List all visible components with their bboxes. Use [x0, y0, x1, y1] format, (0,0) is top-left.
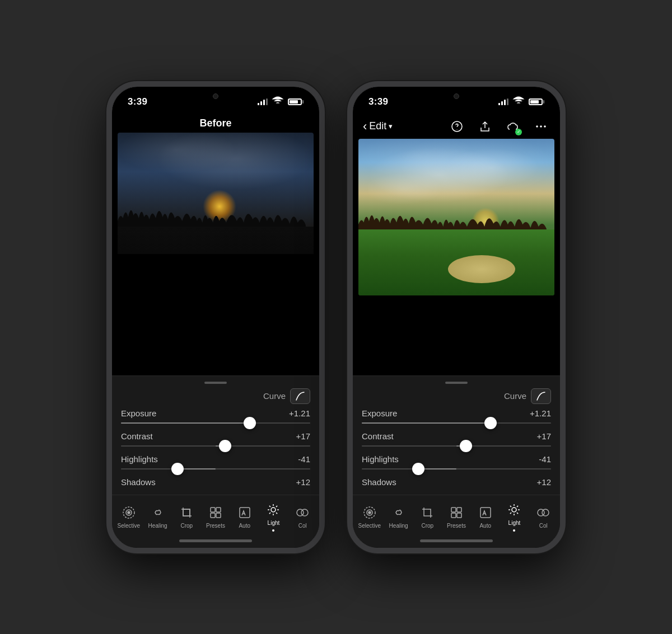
sliders-after: Exposure +1.21 Contrast +17: [353, 408, 560, 487]
svg-line-39: [517, 505, 518, 506]
photo-before: [118, 133, 314, 254]
tool-healing-after[interactable]: Healing: [384, 504, 413, 530]
tool-auto-after[interactable]: Auto: [471, 504, 500, 530]
exposure-label-before: Exposure: [121, 408, 156, 418]
svg-line-17: [269, 513, 270, 514]
contrast-track-after[interactable]: [362, 445, 551, 447]
highlights-label-before: Highlights: [121, 454, 158, 464]
back-button-after[interactable]: ‹: [363, 119, 367, 134]
contrast-track-before[interactable]: [121, 445, 310, 447]
svg-line-40: [510, 513, 511, 514]
curve-label-before: Curve: [263, 391, 286, 401]
light-label-before: Light: [268, 520, 280, 526]
highlights-row-after: Highlights -41: [362, 454, 551, 469]
shadows-label-after: Shadows: [362, 477, 396, 487]
highlights-label-after: Highlights: [362, 454, 399, 464]
healing-label-before: Healing: [148, 523, 167, 529]
healing-icon-before: [150, 505, 166, 520]
svg-rect-5: [216, 508, 221, 512]
tool-light-before[interactable]: Light: [259, 501, 288, 533]
col-label-after: Col: [539, 523, 548, 529]
status-time-after: 3:39: [368, 96, 388, 107]
svg-rect-4: [211, 508, 215, 512]
photo-container-after: [353, 139, 560, 375]
toolbar-after: Selective Healing: [353, 495, 560, 535]
light-icon-after: [506, 502, 522, 518]
presets-label-before: Presets: [206, 523, 225, 529]
col-icon-after: [535, 505, 551, 520]
shadows-row-after: Shadows +12: [362, 477, 551, 487]
nav-bar-after: ‹ Edit ▾: [353, 113, 560, 139]
exposure-track-before[interactable]: [121, 422, 310, 424]
svg-point-32: [512, 508, 516, 512]
sand-trap-after: [448, 255, 515, 283]
tool-auto-before[interactable]: Auto: [230, 504, 259, 530]
svg-point-42: [542, 509, 549, 516]
svg-line-16: [276, 505, 277, 506]
highlights-track-before[interactable]: [121, 468, 310, 469]
tool-selective-after[interactable]: Selective: [355, 504, 384, 530]
svg-rect-7: [216, 513, 221, 518]
curve-button-before[interactable]: [290, 388, 310, 404]
contrast-row-after: Contrast +17: [362, 431, 551, 447]
shadows-value-before: +12: [296, 477, 310, 487]
trees-after: [358, 208, 554, 233]
signal-icon-after: [498, 98, 508, 105]
selective-label-after: Selective: [358, 523, 381, 529]
crop-icon-after: [419, 505, 435, 520]
presets-icon-before: [208, 505, 223, 520]
battery-icon-before: [288, 98, 304, 105]
svg-line-37: [510, 505, 511, 506]
notch-before: [179, 87, 252, 106]
tool-crop-before[interactable]: Crop: [172, 504, 201, 530]
cloud-button-after[interactable]: ✓: [504, 118, 522, 135]
svg-point-26: [368, 511, 371, 514]
signal-icon-before: [258, 98, 268, 105]
phone-frame-after: 3:39 ‹: [347, 81, 566, 553]
light-active-dot-before: [272, 529, 274, 532]
status-icons-after: [498, 95, 544, 110]
selective-icon-before: [121, 505, 137, 520]
share-button-after[interactable]: [476, 118, 494, 135]
more-button-after[interactable]: [532, 118, 550, 135]
bottom-panel-after: Curve Exposure +1.21: [353, 375, 560, 548]
tool-crop-after[interactable]: Crop: [413, 504, 442, 530]
presets-icon-after: [449, 505, 464, 520]
selective-label-before: Selective: [118, 523, 141, 529]
auto-icon-before: [237, 505, 253, 520]
curve-button-after[interactable]: [531, 388, 551, 404]
panel-handle-after: [353, 376, 560, 386]
home-indicator-before: [112, 535, 319, 548]
tool-presets-before[interactable]: Presets: [201, 504, 230, 530]
crop-label-after: Crop: [421, 523, 433, 529]
curve-label-after: Curve: [504, 391, 526, 401]
light-active-dot-after: [513, 529, 515, 532]
tool-col-after[interactable]: Col: [529, 504, 558, 530]
status-icons-before: [258, 95, 304, 110]
home-indicator-after: [353, 535, 560, 548]
svg-point-9: [271, 508, 276, 512]
tool-light-after[interactable]: Light: [500, 501, 529, 533]
spacer-before: [112, 254, 319, 375]
auto-label-after: Auto: [479, 523, 491, 529]
dropdown-arrow-icon: ▾: [389, 122, 393, 130]
trees-before: [118, 201, 314, 229]
svg-point-19: [301, 509, 308, 516]
svg-rect-3: [183, 509, 190, 516]
tool-presets-after[interactable]: Presets: [442, 504, 471, 530]
tool-col-before[interactable]: Col: [288, 504, 317, 530]
highlights-track-after[interactable]: [362, 468, 551, 469]
crop-label-before: Crop: [180, 523, 193, 529]
screen-before: 3:39 Before: [112, 87, 319, 548]
exposure-value-before: +1.21: [289, 408, 310, 418]
curve-row-before: Curve: [112, 386, 319, 408]
svg-rect-8: [240, 508, 250, 518]
highlights-value-after: -41: [539, 454, 551, 464]
nav-left-after: ‹ Edit ▾: [363, 119, 393, 134]
help-button-after[interactable]: [448, 118, 466, 135]
svg-point-21: [536, 125, 538, 128]
tool-healing-before[interactable]: Healing: [143, 504, 172, 530]
tool-selective-before[interactable]: Selective: [114, 504, 143, 530]
before-title: Before: [112, 113, 319, 133]
exposure-track-after[interactable]: [362, 422, 551, 424]
